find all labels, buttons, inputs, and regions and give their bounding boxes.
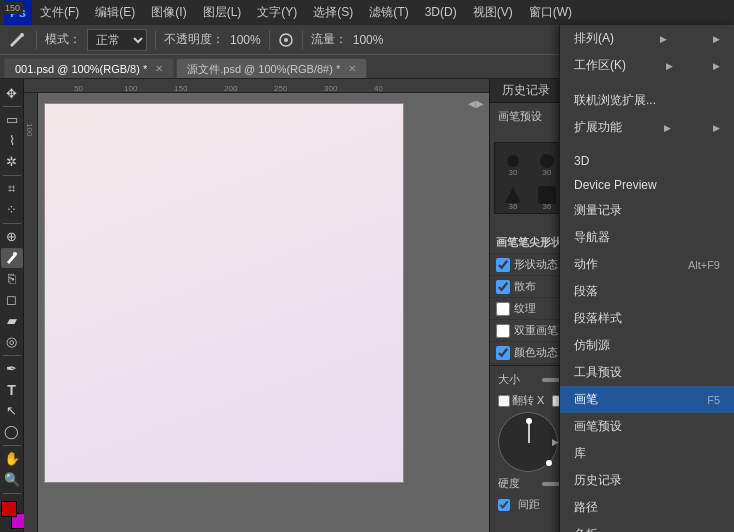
shape-dynamics-check[interactable] <box>496 258 510 272</box>
brush-size-indicator: 150 <box>2 2 23 14</box>
color-dynamics-check[interactable] <box>496 346 510 360</box>
menu-brush-presets-item[interactable]: 画笔预设 <box>560 413 734 440</box>
menu-actions[interactable]: 动作 Alt+F9 <box>560 251 734 278</box>
panel-resize-arrow[interactable]: ◀▶ <box>468 98 484 109</box>
tool-lasso[interactable]: ⌇ <box>1 131 23 151</box>
tool-magic-wand[interactable]: ✲ <box>1 152 23 172</box>
menu-arrange[interactable]: 排列(A) ▶ <box>560 25 734 52</box>
menu-paragraph[interactable]: 段落 <box>560 278 734 305</box>
tool-type[interactable]: T <box>1 380 23 400</box>
menu-para-style[interactable]: 段落样式 <box>560 305 734 332</box>
menu-layer[interactable]: 图层(L) <box>195 0 250 25</box>
menu-browse[interactable]: 联机浏览扩展... <box>560 87 734 114</box>
toolbar-sep3 <box>3 223 21 224</box>
wheel-arrow: ▶ <box>552 437 559 447</box>
menu-navigator[interactable]: 导航器 <box>560 224 734 251</box>
ruler-mark-100: 100 <box>124 84 137 93</box>
menu-brush-presets-item-label: 画笔预设 <box>574 418 622 435</box>
menu-3d[interactable]: 3D(D) <box>417 0 465 25</box>
menu-extensions-label: 扩展功能 <box>574 119 622 136</box>
canvas-scroll[interactable]: 100 ◀▶ <box>24 93 489 532</box>
ruler-mark-150: 150 <box>174 84 187 93</box>
angle-wheel[interactable]: ▶ <box>498 412 558 472</box>
canvas-document <box>44 103 404 483</box>
tool-stamp[interactable]: ⎘ <box>1 269 23 289</box>
tool-blur[interactable]: ◎ <box>1 332 23 352</box>
tool-path-select[interactable]: ↖ <box>1 401 23 421</box>
menu-history-item[interactable]: 历史记录 <box>560 467 734 494</box>
menu-3d[interactable]: 3D <box>560 149 734 173</box>
menu-color-panel[interactable]: 色板 <box>560 521 734 532</box>
angle-dot <box>526 418 532 424</box>
panel-tab-history[interactable]: 历史记录 <box>490 79 563 102</box>
tool-eraser[interactable]: ◻ <box>1 290 23 310</box>
tab-001-close[interactable]: ✕ <box>155 59 163 79</box>
menu-select[interactable]: 选择(S) <box>305 0 361 25</box>
menu-view[interactable]: 视图(V) <box>465 0 521 25</box>
opacity-value: 100% <box>230 33 261 47</box>
texture-check[interactable] <box>496 302 510 316</box>
tool-marquee[interactable]: ▭ <box>1 110 23 130</box>
tool-crop[interactable]: ⌗ <box>1 179 23 199</box>
ruler-v-mark: 100 <box>25 123 34 136</box>
spacing-label: 间距 <box>518 497 558 512</box>
dual-brush-check[interactable] <box>496 324 510 338</box>
menu-color-panel-label: 色板 <box>574 526 598 532</box>
menu-workspace-arrow: ▶ <box>666 61 673 71</box>
tool-move[interactable]: ✥ <box>1 83 23 103</box>
tool-gradient[interactable]: ▰ <box>1 311 23 331</box>
tool-brush[interactable] <box>1 248 23 268</box>
menu-file[interactable]: 文件(F) <box>32 0 87 25</box>
menu-extensions-arrow: ▶ <box>664 123 671 133</box>
flip-x-check[interactable] <box>498 395 510 407</box>
menu-device-preview[interactable]: Device Preview <box>560 173 734 197</box>
menu-tool-presets-label: 工具预设 <box>574 364 622 381</box>
menu-workspace-label: 工作区(K) <box>574 57 626 74</box>
scatter-check[interactable] <box>496 280 510 294</box>
tab-001[interactable]: 001.psd @ 100%(RGB/8) * ✕ <box>4 58 174 78</box>
tab-001-label: 001.psd @ 100%(RGB/8) * <box>15 59 147 79</box>
roundness-dot[interactable] <box>546 460 552 466</box>
menu-tool-presets[interactable]: 工具预设 <box>560 359 734 386</box>
menu-paths-label: 路径 <box>574 499 598 516</box>
brush-tool-icon[interactable] <box>6 29 28 51</box>
menu-measure[interactable]: 测量记录 <box>560 197 734 224</box>
tool-pen[interactable]: ✒ <box>1 359 23 379</box>
canvas-area: 50 100 150 200 250 300 40 100 ◀▶ <box>24 79 489 532</box>
sep1 <box>36 30 37 50</box>
foreground-color-swatch[interactable] <box>1 501 17 517</box>
ruler-mark-350: 40 <box>374 84 383 93</box>
menu-paths[interactable]: 路径 <box>560 494 734 521</box>
toolbar-sep1 <box>3 106 21 107</box>
menu-edit[interactable]: 编辑(E) <box>87 0 143 25</box>
menu-measure-label: 测量记录 <box>574 202 622 219</box>
menu-libraries[interactable]: 库 <box>560 440 734 467</box>
toolbar-sep6 <box>3 493 21 494</box>
tab-source-label: 源文件.psd @ 100%(RGB/8#) * <box>187 59 340 79</box>
ruler-mark-50: 50 <box>74 84 83 93</box>
tab-source-close[interactable]: ✕ <box>348 59 356 79</box>
menu-filter[interactable]: 滤镜(T) <box>361 0 416 25</box>
brush-preset-7[interactable]: 36 <box>497 179 529 211</box>
brush-preset-1[interactable]: 30 <box>497 145 529 177</box>
menu-extensions[interactable]: 扩展功能 ▶ <box>560 114 734 141</box>
tool-heal[interactable]: ⊕ <box>1 227 23 247</box>
tool-hand[interactable]: ✋ <box>1 449 23 469</box>
tool-shape[interactable]: ◯ <box>1 422 23 442</box>
vertical-ruler: 100 <box>24 93 38 532</box>
menu-simulate[interactable]: 仿制源 <box>560 332 734 359</box>
tab-source[interactable]: 源文件.psd @ 100%(RGB/8#) * ✕ <box>176 58 367 78</box>
menu-workspace[interactable]: 工作区(K) ▶ <box>560 52 734 79</box>
menu-text[interactable]: 文字(Y) <box>249 0 305 25</box>
spacing-check[interactable] <box>498 499 510 511</box>
tool-eyedropper[interactable]: ⁘ <box>1 200 23 220</box>
horizontal-ruler: 50 100 150 200 250 300 40 <box>24 79 489 93</box>
menu-image[interactable]: 图像(I) <box>143 0 194 25</box>
mode-dropdown[interactable]: 正常 <box>87 29 147 51</box>
ruler-mark-200: 200 <box>224 84 237 93</box>
menu-window[interactable]: 窗口(W) <box>521 0 580 25</box>
top-menu-bar: Ps 文件(F) 编辑(E) 图像(I) 图层(L) 文字(Y) 选择(S) 滤… <box>0 0 734 25</box>
sep3 <box>269 30 270 50</box>
menu-brush-panel[interactable]: 画笔 F5 <box>560 386 734 413</box>
tool-zoom[interactable]: 🔍 <box>1 470 23 490</box>
